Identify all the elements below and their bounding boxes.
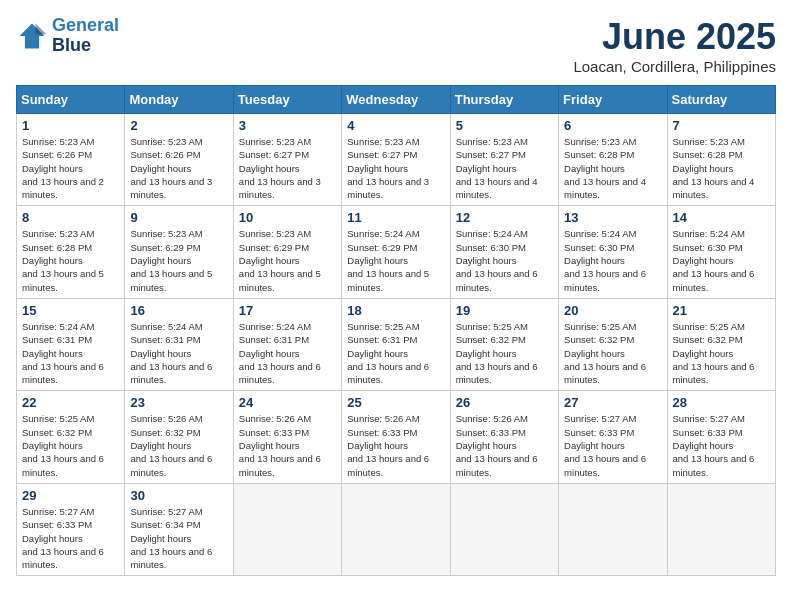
calendar-week-row-1: 1Sunrise: 5:23 AMSunset: 6:26 PMDaylight… [17,114,776,206]
day-number: 6 [564,118,661,133]
logo-icon [16,20,48,52]
calendar-cell: 19Sunrise: 5:25 AMSunset: 6:32 PMDayligh… [450,298,558,390]
day-detail: Sunrise: 5:23 AMSunset: 6:29 PMDaylight … [239,227,336,293]
day-number: 20 [564,303,661,318]
weekday-header-sunday: Sunday [17,86,125,114]
calendar-cell: 24Sunrise: 5:26 AMSunset: 6:33 PMDayligh… [233,391,341,483]
weekday-header-tuesday: Tuesday [233,86,341,114]
weekday-header-row: SundayMondayTuesdayWednesdayThursdayFrid… [17,86,776,114]
day-detail: Sunrise: 5:24 AMSunset: 6:30 PMDaylight … [564,227,661,293]
day-number: 24 [239,395,336,410]
weekday-header-monday: Monday [125,86,233,114]
day-number: 8 [22,210,119,225]
day-number: 23 [130,395,227,410]
calendar-cell: 28Sunrise: 5:27 AMSunset: 6:33 PMDayligh… [667,391,775,483]
day-number: 16 [130,303,227,318]
calendar-cell: 2Sunrise: 5:23 AMSunset: 6:26 PMDaylight… [125,114,233,206]
day-number: 15 [22,303,119,318]
day-detail: Sunrise: 5:24 AMSunset: 6:31 PMDaylight … [239,320,336,386]
calendar-cell: 16Sunrise: 5:24 AMSunset: 6:31 PMDayligh… [125,298,233,390]
calendar-cell: 7Sunrise: 5:23 AMSunset: 6:28 PMDaylight… [667,114,775,206]
day-number: 27 [564,395,661,410]
calendar-cell: 4Sunrise: 5:23 AMSunset: 6:27 PMDaylight… [342,114,450,206]
day-number: 10 [239,210,336,225]
header: GeneralBlue June 2025 Loacan, Cordillera… [16,16,776,75]
calendar-cell: 20Sunrise: 5:25 AMSunset: 6:32 PMDayligh… [559,298,667,390]
location-title: Loacan, Cordillera, Philippines [573,58,776,75]
day-number: 25 [347,395,444,410]
day-number: 29 [22,488,119,503]
day-detail: Sunrise: 5:25 AMSunset: 6:32 PMDaylight … [22,412,119,478]
day-detail: Sunrise: 5:27 AMSunset: 6:34 PMDaylight … [130,505,227,571]
day-detail: Sunrise: 5:24 AMSunset: 6:29 PMDaylight … [347,227,444,293]
day-number: 11 [347,210,444,225]
calendar-cell: 10Sunrise: 5:23 AMSunset: 6:29 PMDayligh… [233,206,341,298]
weekday-header-thursday: Thursday [450,86,558,114]
day-detail: Sunrise: 5:26 AMSunset: 6:33 PMDaylight … [456,412,553,478]
calendar-week-row-3: 15Sunrise: 5:24 AMSunset: 6:31 PMDayligh… [17,298,776,390]
day-number: 21 [673,303,770,318]
day-detail: Sunrise: 5:24 AMSunset: 6:30 PMDaylight … [673,227,770,293]
title-area: June 2025 Loacan, Cordillera, Philippine… [573,16,776,75]
calendar-cell [667,483,775,575]
calendar-cell: 6Sunrise: 5:23 AMSunset: 6:28 PMDaylight… [559,114,667,206]
day-detail: Sunrise: 5:27 AMSunset: 6:33 PMDaylight … [22,505,119,571]
month-title: June 2025 [573,16,776,58]
day-number: 28 [673,395,770,410]
calendar-cell: 13Sunrise: 5:24 AMSunset: 6:30 PMDayligh… [559,206,667,298]
calendar-cell: 9Sunrise: 5:23 AMSunset: 6:29 PMDaylight… [125,206,233,298]
calendar-cell: 3Sunrise: 5:23 AMSunset: 6:27 PMDaylight… [233,114,341,206]
day-number: 4 [347,118,444,133]
day-number: 19 [456,303,553,318]
weekday-header-saturday: Saturday [667,86,775,114]
day-detail: Sunrise: 5:25 AMSunset: 6:32 PMDaylight … [673,320,770,386]
calendar-cell: 5Sunrise: 5:23 AMSunset: 6:27 PMDaylight… [450,114,558,206]
calendar-cell: 25Sunrise: 5:26 AMSunset: 6:33 PMDayligh… [342,391,450,483]
day-detail: Sunrise: 5:23 AMSunset: 6:27 PMDaylight … [239,135,336,201]
calendar-cell: 30Sunrise: 5:27 AMSunset: 6:34 PMDayligh… [125,483,233,575]
day-detail: Sunrise: 5:25 AMSunset: 6:32 PMDaylight … [564,320,661,386]
day-number: 3 [239,118,336,133]
calendar-cell: 17Sunrise: 5:24 AMSunset: 6:31 PMDayligh… [233,298,341,390]
calendar-cell: 26Sunrise: 5:26 AMSunset: 6:33 PMDayligh… [450,391,558,483]
calendar-cell: 11Sunrise: 5:24 AMSunset: 6:29 PMDayligh… [342,206,450,298]
day-detail: Sunrise: 5:23 AMSunset: 6:28 PMDaylight … [673,135,770,201]
day-detail: Sunrise: 5:23 AMSunset: 6:27 PMDaylight … [347,135,444,201]
weekday-header-wednesday: Wednesday [342,86,450,114]
weekday-header-friday: Friday [559,86,667,114]
svg-marker-1 [36,23,47,34]
day-number: 9 [130,210,227,225]
calendar-cell: 1Sunrise: 5:23 AMSunset: 6:26 PMDaylight… [17,114,125,206]
day-detail: Sunrise: 5:23 AMSunset: 6:29 PMDaylight … [130,227,227,293]
calendar-week-row-4: 22Sunrise: 5:25 AMSunset: 6:32 PMDayligh… [17,391,776,483]
day-number: 22 [22,395,119,410]
day-number: 18 [347,303,444,318]
calendar-cell [450,483,558,575]
day-detail: Sunrise: 5:24 AMSunset: 6:31 PMDaylight … [130,320,227,386]
day-number: 2 [130,118,227,133]
calendar-cell: 18Sunrise: 5:25 AMSunset: 6:31 PMDayligh… [342,298,450,390]
day-detail: Sunrise: 5:26 AMSunset: 6:33 PMDaylight … [347,412,444,478]
day-detail: Sunrise: 5:23 AMSunset: 6:28 PMDaylight … [564,135,661,201]
logo: GeneralBlue [16,16,119,56]
day-detail: Sunrise: 5:24 AMSunset: 6:31 PMDaylight … [22,320,119,386]
day-detail: Sunrise: 5:23 AMSunset: 6:27 PMDaylight … [456,135,553,201]
day-detail: Sunrise: 5:23 AMSunset: 6:26 PMDaylight … [130,135,227,201]
day-detail: Sunrise: 5:26 AMSunset: 6:32 PMDaylight … [130,412,227,478]
calendar-cell [233,483,341,575]
calendar-cell: 12Sunrise: 5:24 AMSunset: 6:30 PMDayligh… [450,206,558,298]
day-detail: Sunrise: 5:23 AMSunset: 6:28 PMDaylight … [22,227,119,293]
calendar-cell: 21Sunrise: 5:25 AMSunset: 6:32 PMDayligh… [667,298,775,390]
svg-marker-0 [20,23,45,48]
day-number: 1 [22,118,119,133]
day-detail: Sunrise: 5:24 AMSunset: 6:30 PMDaylight … [456,227,553,293]
day-number: 13 [564,210,661,225]
day-detail: Sunrise: 5:27 AMSunset: 6:33 PMDaylight … [564,412,661,478]
day-number: 17 [239,303,336,318]
day-detail: Sunrise: 5:25 AMSunset: 6:31 PMDaylight … [347,320,444,386]
day-number: 14 [673,210,770,225]
calendar-cell: 22Sunrise: 5:25 AMSunset: 6:32 PMDayligh… [17,391,125,483]
calendar-cell: 14Sunrise: 5:24 AMSunset: 6:30 PMDayligh… [667,206,775,298]
day-number: 26 [456,395,553,410]
day-number: 5 [456,118,553,133]
